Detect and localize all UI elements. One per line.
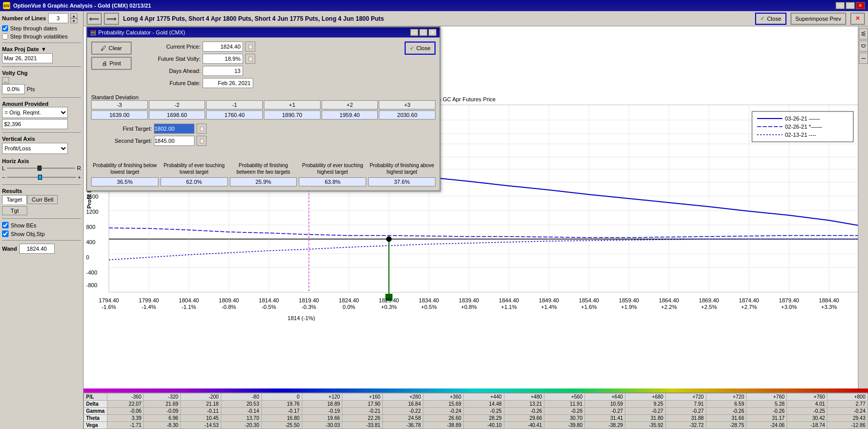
volty-chg-input[interactable]	[2, 84, 25, 94]
d-side-button[interactable]: D	[859, 41, 868, 52]
svg-text:1834.40: 1834.40	[419, 297, 439, 303]
show-bes-checkbox[interactable]	[2, 222, 9, 228]
std-dev-val-3: 1890.70	[264, 110, 321, 120]
forward-button[interactable]: ⟹	[104, 13, 119, 25]
first-target-label: First Target:	[91, 126, 152, 132]
prob-buttons: 🖊 Clear 🖨 Print	[91, 42, 132, 70]
future-stat-volty-copy-btn[interactable]: 📋	[245, 54, 255, 64]
num-lines-spinner: ▲ ▼	[70, 13, 77, 23]
results-section: Results Target Curr Bell Tgt	[2, 188, 81, 215]
spin-up-button[interactable]: ▲	[70, 13, 77, 18]
first-target-copy-btn[interactable]: 📋	[196, 124, 207, 134]
chart-area: 4000 3600 3200 2800 2400 2000 1600 1200 …	[84, 26, 868, 388]
close-main-button[interactable]: ✓ Close	[755, 13, 786, 25]
svg-text:+2.7%: +2.7%	[741, 304, 757, 310]
pl-label: P/L	[84, 394, 107, 401]
target-tab[interactable]: Target	[2, 195, 27, 204]
max-proj-dropdown-icon: ▼	[41, 46, 47, 52]
prob-close-check-icon: ✓	[410, 45, 414, 52]
volty-chg-dots-btn[interactable]: ...	[2, 77, 9, 84]
w-side-button[interactable]: W	[859, 28, 868, 40]
vertical-axis-select[interactable]: Profit/Loss	[2, 143, 68, 154]
std-dev-val-2: 1760.40	[206, 110, 263, 120]
print-icon: 🖨	[102, 60, 107, 66]
horiz-slider2[interactable]	[7, 173, 75, 181]
curr-bell-tab[interactable]: Curr Bell	[27, 195, 58, 204]
maximize-button[interactable]: □	[846, 2, 855, 9]
show-obj-row: Show Obj,Stp	[2, 230, 81, 237]
svg-text:-1.1%: -1.1%	[182, 304, 196, 310]
std-dev-header-2: -1	[206, 100, 263, 109]
bottom-table: P/L -360 -320 -200 -80 0 +120 +160 +280 …	[84, 393, 868, 429]
wand-input[interactable]	[19, 244, 55, 254]
results-label: Results	[2, 188, 22, 194]
clear-button[interactable]: 🖊 Clear	[91, 42, 132, 55]
minimize-button[interactable]: —	[836, 2, 845, 9]
x-button[interactable]: ✕	[850, 13, 865, 25]
probability-calculator: 🧮 Probability Calculator - Gold (CMX) — …	[86, 26, 441, 191]
back-button[interactable]: ⟸	[87, 13, 102, 25]
spin-down-button[interactable]: ▼	[70, 18, 77, 23]
svg-text:800: 800	[86, 224, 95, 230]
second-target-copy-btn[interactable]: 📋	[196, 136, 207, 146]
svg-text:+0.8%: +0.8%	[461, 304, 477, 310]
svg-text:-0.8%: -0.8%	[222, 304, 236, 310]
wand-label: Wand	[2, 246, 17, 252]
pts-label: Pts	[27, 86, 35, 92]
svg-point-67	[386, 237, 391, 242]
max-proj-date-section: Max Proj Date ▼	[2, 46, 81, 63]
amount-provided-select[interactable]: = Orig. Reqmt.	[2, 107, 68, 118]
prob-result-val-4: 37.6%	[368, 177, 436, 186]
data-table: P/L -360 -320 -200 -80 0 +120 +160 +280 …	[84, 393, 868, 429]
tgt-button[interactable]: Tgt	[2, 206, 27, 215]
svg-text:1879.40: 1879.40	[779, 297, 799, 303]
future-date-label: Future Date:	[140, 80, 201, 86]
strategy-text: Long 4 Apr 1775 Puts, Short 4 Apr 1800 P…	[123, 15, 751, 22]
svg-text:1799.40: 1799.40	[139, 297, 159, 303]
prob-result-0: Probability of finishing below lowest ta…	[91, 152, 159, 186]
step-dates-checkbox[interactable]	[2, 25, 8, 31]
prob-fields: Current Price: 📋 Future Stat Volty: 📋	[140, 42, 397, 90]
prob-close-button[interactable]: ✓ Close	[405, 42, 436, 55]
show-obj-label: Show Obj,Stp	[11, 231, 45, 237]
future-stat-volty-label: Future Stat Volty:	[140, 56, 201, 62]
days-ahead-input[interactable]	[203, 66, 243, 76]
prob-result-4: Probability of finishing above highest t…	[368, 152, 436, 186]
show-obj-checkbox[interactable]	[2, 230, 9, 237]
std-dev-val-1: 1698.60	[149, 110, 206, 120]
current-price-copy-btn[interactable]: 📋	[245, 42, 255, 52]
first-target-input[interactable]	[154, 124, 194, 134]
prob-maximize-btn[interactable]: □	[419, 29, 427, 36]
current-price-input[interactable]	[203, 42, 243, 52]
close-window-button[interactable]: ✕	[856, 2, 865, 9]
num-lines-input[interactable]	[48, 13, 68, 23]
svg-text:1864.40: 1864.40	[659, 297, 679, 303]
theta-label: Theta	[84, 415, 107, 422]
svg-text:400: 400	[86, 239, 95, 245]
pl-row: P/L -360 -320 -200 -80 0 +120 +160 +280 …	[84, 394, 868, 401]
prob-result-label-0: Probability of finishing below lowest ta…	[91, 152, 159, 177]
prob-minimize-btn[interactable]: —	[410, 29, 418, 36]
step-vol-label: Step through volatilities	[10, 33, 68, 40]
amount-provided-input[interactable]	[2, 119, 68, 129]
superimpose-button[interactable]: Superimpose Prev	[791, 13, 847, 25]
prob-result-val-2: 25.9%	[230, 177, 297, 186]
amount-provided-section: Amount Provided = Orig. Reqmt.	[2, 101, 81, 129]
second-target-input[interactable]	[154, 136, 194, 146]
future-stat-volty-input[interactable]	[203, 54, 243, 64]
horiz-axis-label: Horiz Axis	[2, 158, 29, 164]
wand-row: Wand	[2, 244, 81, 254]
future-date-input[interactable]	[203, 78, 253, 88]
print-button[interactable]: 🖨 Print	[91, 57, 132, 70]
theta-row: Theta 3.39 6.96 10.45 13.70 16.80 19.66 …	[84, 415, 868, 422]
prob-calc-body: 🖊 Clear 🖨 Print	[87, 37, 440, 190]
future-stat-volty-row: Future Stat Volty: 📋	[140, 54, 397, 64]
prob-close-btn-x[interactable]: ✕	[428, 29, 437, 36]
std-dev-header-4: +2	[322, 100, 378, 109]
i-side-button[interactable]: I	[859, 53, 868, 64]
svg-text:+0.3%: +0.3%	[381, 304, 397, 310]
step-vol-checkbox[interactable]	[2, 33, 8, 40]
horiz-l-label: L	[2, 165, 5, 171]
max-proj-date-input[interactable]	[2, 53, 53, 63]
horiz-slider[interactable]	[7, 164, 75, 172]
